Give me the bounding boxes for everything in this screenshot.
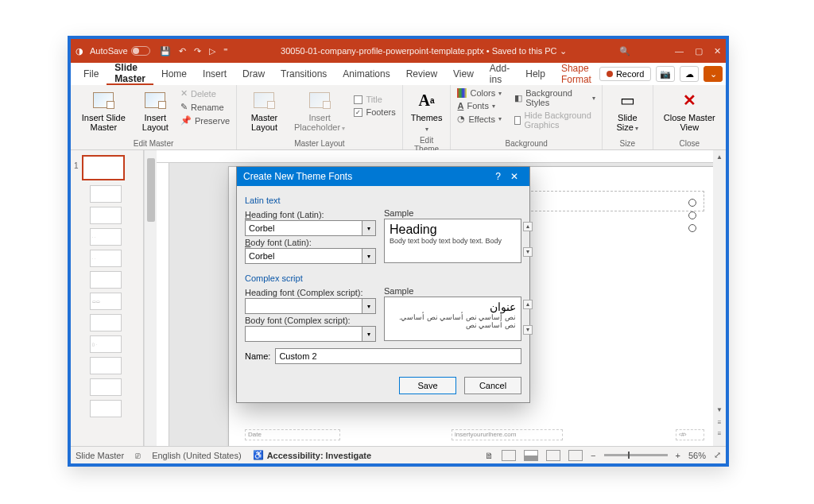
date-placeholder[interactable]: Date <box>245 429 340 440</box>
close-master-view-button[interactable]: ✕ Close Master View <box>658 87 722 134</box>
search-icon[interactable]: 🔍 <box>619 46 630 56</box>
spin-up-icon[interactable]: ▴ <box>523 300 533 309</box>
present-button[interactable]: 📷 <box>656 66 675 82</box>
insert-layout-button[interactable]: Insert Layout <box>135 87 176 134</box>
chevron-down-icon[interactable]: ▾ <box>362 248 376 264</box>
insert-placeholder-button[interactable]: Insert Placeholder <box>290 87 350 134</box>
layout-thumbnail[interactable] <box>90 271 122 289</box>
heading-latin-input[interactable] <box>245 220 362 236</box>
redo-icon[interactable]: ↷ <box>194 46 201 56</box>
effects-button[interactable]: ◔Effects <box>455 113 503 125</box>
zoom-level[interactable]: 56% <box>688 451 706 460</box>
zoom-in-icon[interactable]: + <box>676 451 680 460</box>
layout-thumbnail[interactable]: ▭▭ <box>90 293 122 310</box>
background-styles-button[interactable]: ◧Background Styles <box>513 87 597 108</box>
save-button[interactable]: Save <box>399 377 456 394</box>
scroll-down-icon[interactable]: ▼ <box>715 406 723 414</box>
heading-latin-combo[interactable]: ▾ <box>245 220 376 236</box>
layout-thumbnail[interactable] <box>90 378 122 396</box>
zoom-out-icon[interactable]: − <box>591 451 595 460</box>
master-layout-button[interactable]: Master Layout <box>242 87 287 134</box>
autosave-toggle[interactable]: AutoSave <box>90 46 150 56</box>
tab-review[interactable]: Review <box>398 63 445 85</box>
share-button[interactable]: ☁ <box>680 66 699 82</box>
body-latin-combo[interactable]: ▾ <box>245 248 376 264</box>
cancel-button[interactable]: Cancel <box>464 377 521 394</box>
layout-thumbnail[interactable] <box>90 207 122 224</box>
scroll-thumb[interactable] <box>147 158 155 222</box>
layout-thumbnail[interactable] <box>90 357 122 374</box>
sorter-view-button[interactable] <box>524 450 538 461</box>
tab-addins[interactable]: Add-ins <box>482 63 517 85</box>
tab-insert[interactable]: Insert <box>195 63 235 85</box>
status-view[interactable]: Slide Master <box>76 451 124 460</box>
insert-slide-master-button[interactable]: Insert Slide Master <box>76 87 132 134</box>
spin-down-icon[interactable]: ▾ <box>523 247 533 257</box>
layout-thumbnail[interactable]: · · <box>90 250 122 267</box>
layout-thumbnail[interactable]: · · <box>90 228 122 246</box>
fit-to-window-icon[interactable]: ⤢ <box>714 450 721 460</box>
spin-down-icon[interactable]: ▾ <box>523 325 533 335</box>
tab-draw[interactable]: Draw <box>235 63 273 85</box>
slideshow-view-button[interactable] <box>568 450 583 461</box>
tab-transitions[interactable]: Transitions <box>273 63 335 85</box>
tab-file[interactable]: File <box>76 63 107 85</box>
body-latin-input[interactable] <box>245 248 362 264</box>
tab-animations[interactable]: Animations <box>335 63 397 85</box>
tab-help[interactable]: Help <box>517 63 553 85</box>
slide-size-button[interactable]: ▭ Slide Size <box>607 87 647 134</box>
rename-button[interactable]: ✎Rename <box>179 101 231 113</box>
dialog-help-button[interactable]: ? <box>490 171 506 182</box>
master-thumbnail-1[interactable]: 1 <box>82 155 125 180</box>
colors-button[interactable]: Colors <box>455 87 503 99</box>
canvas-scrollbar[interactable]: ▲ ▼ ≡ ≡ <box>713 150 726 446</box>
body-cs-combo[interactable]: ▾ <box>245 326 376 342</box>
title-checkbox[interactable]: Title <box>352 94 397 105</box>
zoom-slider[interactable] <box>604 454 668 456</box>
body-cs-input[interactable] <box>245 326 362 342</box>
heading-cs-input[interactable] <box>245 298 362 314</box>
maximize-icon[interactable]: ▢ <box>695 46 703 56</box>
prev-slide-icon[interactable]: ≡ <box>715 419 723 427</box>
layout-thumbnail[interactable] <box>90 314 122 331</box>
hide-bg-checkbox[interactable]: Hide Background Graphics <box>513 110 597 130</box>
themes-button[interactable]: Aa Themes <box>408 87 446 135</box>
qat-dropdown-icon[interactable]: ⁼ <box>223 46 228 56</box>
footers-checkbox[interactable]: Footers <box>352 107 397 118</box>
fonts-button[interactable]: AFonts <box>455 100 503 111</box>
notes-icon[interactable]: 🗎 <box>485 451 494 460</box>
tab-view[interactable]: View <box>445 63 482 85</box>
spin-up-icon[interactable]: ▴ <box>523 222 533 231</box>
status-language[interactable]: English (United States) <box>152 451 242 460</box>
dialog-close-button[interactable]: ✕ <box>506 171 523 182</box>
slide-number-placeholder[interactable]: ‹#› <box>676 429 704 440</box>
slideshow-icon[interactable]: ▷ <box>209 46 215 56</box>
heading-cs-combo[interactable]: ▾ <box>245 298 376 314</box>
preserve-button[interactable]: 📌Preserve <box>179 114 231 126</box>
minimize-icon[interactable]: — <box>675 46 684 56</box>
autosave-switch-off[interactable] <box>131 46 150 56</box>
undo-icon[interactable]: ↶ <box>179 46 186 56</box>
tab-slide-master[interactable]: Slide Master <box>107 63 153 85</box>
thumbnail-scrollbar[interactable] <box>144 150 157 446</box>
save-icon[interactable]: 💾 <box>160 46 171 56</box>
delete-button[interactable]: ✕Delete <box>179 87 231 99</box>
scroll-up-icon[interactable]: ▲ <box>715 153 723 161</box>
theme-name-input[interactable] <box>275 348 521 364</box>
chevron-down-icon[interactable]: ▾ <box>362 220 376 236</box>
normal-view-button[interactable] <box>502 450 516 461</box>
layout-thumbnail[interactable] <box>90 185 122 203</box>
reading-view-button[interactable] <box>546 450 560 461</box>
record-button[interactable]: Record <box>599 67 651 81</box>
tab-home[interactable]: Home <box>153 63 195 85</box>
layout-thumbnail[interactable] <box>90 400 122 417</box>
next-slide-icon[interactable]: ≡ <box>715 430 723 438</box>
status-accessibility[interactable]: ♿Accessibility: Investigate <box>253 450 371 460</box>
layout-thumbnail[interactable]: ▯ · <box>90 335 122 353</box>
close-window-icon[interactable]: ✕ <box>714 46 721 56</box>
tab-shape-format[interactable]: Shape Format <box>553 63 599 85</box>
chevron-down-icon[interactable]: ▾ <box>362 326 376 342</box>
ribbon-display-button[interactable]: ⌄ <box>704 66 723 82</box>
chevron-down-icon[interactable]: ▾ <box>362 298 376 314</box>
footer-placeholder[interactable]: insertyoururlhere.com <box>452 429 563 440</box>
